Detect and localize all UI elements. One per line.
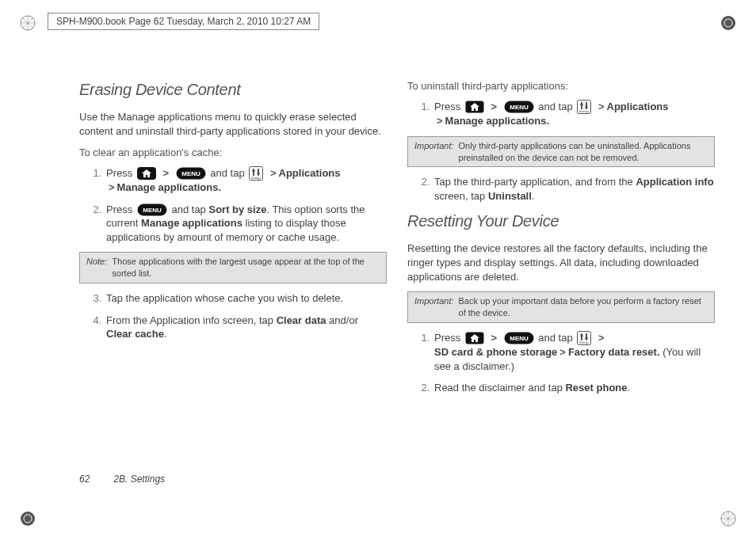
svg-point-20 [253, 169, 256, 173]
crop-mark-icon [19, 14, 36, 32]
note-label: Note: [86, 256, 107, 280]
heading-erasing: Erasing Device Content [79, 79, 387, 101]
step-r1: Press > MENU and tap Settings > SD card … [433, 331, 715, 374]
svg-point-21 [258, 172, 261, 175]
svg-text:Settings: Settings [579, 110, 590, 113]
section-label: 2B. Settings [113, 473, 165, 485]
menu-icon: MENU [137, 203, 167, 216]
crop-mark-icon [720, 510, 737, 527]
intro-text: Use the Manage applications menu to quic… [79, 110, 387, 138]
svg-point-41 [586, 337, 589, 340]
steps-clear-cache: Press > MENU and tap Settings >Applicati… [79, 166, 387, 245]
crop-mark-icon [19, 510, 36, 527]
right-column: To uninstall third-party applications: P… [407, 79, 715, 461]
menu-icon: MENU [504, 101, 534, 113]
steps-uninstall: Press > MENU and tap Settings >Applicati… [407, 100, 715, 128]
svg-point-31 [581, 103, 584, 106]
important-box-2: Important: Back up your important data b… [407, 291, 715, 323]
svg-text:Settings: Settings [251, 177, 262, 180]
steps-clear-cache-cont: Tap the application whose cache you wish… [79, 291, 387, 341]
home-icon [465, 101, 484, 113]
svg-point-32 [586, 105, 589, 108]
steps-reset: Press > MENU and tap Settings > SD card … [407, 331, 715, 395]
svg-point-40 [581, 335, 584, 338]
steps-uninstall-cont: Tap the third-party application, and fro… [407, 175, 715, 203]
important-label: Important: [414, 295, 454, 319]
home-icon [465, 332, 484, 344]
important-box-1: Important: Only third-party applications… [407, 136, 715, 168]
intro-reset: Resetting the device restores all the fa… [407, 241, 715, 283]
step-3: Tap the application whose cache you wish… [105, 291, 387, 306]
step-u1: Press > MENU and tap Settings >Applicati… [433, 100, 715, 128]
important-text: Back up your important data before you p… [459, 295, 708, 319]
settings-icon: Settings [577, 331, 591, 345]
menu-icon: MENU [176, 167, 206, 180]
important-label: Important: [414, 140, 454, 164]
step-1: Press > MENU and tap Settings >Applicati… [105, 166, 387, 195]
svg-text:Settings: Settings [579, 341, 590, 344]
settings-icon: Settings [249, 166, 263, 181]
note-text: Those applications with the largest usag… [112, 256, 380, 280]
step-4: From the Application info screen, tap Cl… [105, 314, 387, 341]
step-r2: Read the disclaimer and tap Reset phone. [433, 381, 715, 395]
step-2: Press MENU and tap Sort by size. This op… [105, 203, 387, 245]
heading-resetting: Resetting Your Device [407, 211, 715, 232]
svg-text:MENU: MENU [510, 104, 529, 111]
svg-text:MENU: MENU [143, 207, 162, 214]
page-header-meta: SPH-M900.book Page 62 Tuesday, March 2, … [48, 13, 319, 30]
home-icon [137, 167, 156, 180]
page-number: 62 [79, 473, 111, 485]
step-u2: Tap the third-party application, and fro… [433, 175, 715, 203]
lead-clear-cache: To clear an application's cache: [79, 146, 387, 160]
svg-point-7 [21, 511, 35, 526]
important-text: Only third-party applications can be uni… [459, 140, 708, 164]
svg-text:MENU: MENU [510, 335, 529, 342]
page-footer: 62 2B. Settings [79, 473, 165, 485]
lead-uninstall: To uninstall third-party applications: [407, 79, 715, 93]
menu-icon: MENU [504, 332, 534, 344]
left-column: Erasing Device Content Use the Manage ap… [79, 79, 387, 461]
svg-point-5 [721, 16, 735, 30]
note-box: Note: Those applications with the larges… [79, 252, 387, 283]
settings-icon: Settings [577, 100, 591, 114]
crop-mark-icon [720, 14, 737, 32]
svg-text:MENU: MENU [181, 170, 200, 177]
